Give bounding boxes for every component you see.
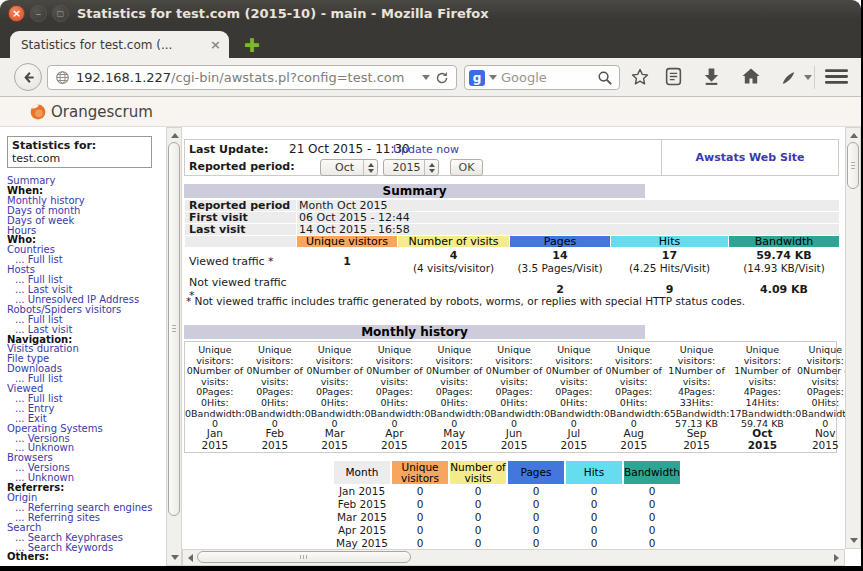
monthly-row-value: 0 xyxy=(392,486,448,497)
search-bar[interactable]: g Google xyxy=(464,65,620,90)
update-now-link[interactable]: Update now xyxy=(393,143,459,156)
monthly-columns: Unique visitors: 0Number of visits: 0Pag… xyxy=(185,342,836,451)
monthly-column: Unique visitors: 0Number of visits: 0Pag… xyxy=(795,345,845,451)
share-dropdown-icon[interactable] xyxy=(804,75,812,80)
metric-header: Hits xyxy=(611,236,728,247)
horizontal-scrollbar-thumb[interactable] xyxy=(197,551,411,563)
monthly-column: Unique visitors: 0Number of visits: 0Pag… xyxy=(305,345,365,451)
monthly-bar-alt-text: Unique visitors: 0Number of visits: 0Pag… xyxy=(245,345,305,425)
monthly-row-month: Mar 2015 xyxy=(334,512,390,523)
monthly-table-header-row: Month Unique visitorsNumber of visitsPag… xyxy=(334,461,680,484)
site-name: test.com xyxy=(12,152,147,165)
year-select[interactable]: 2015 xyxy=(383,159,439,176)
search-engine-dropdown-icon[interactable] xyxy=(489,75,497,80)
viewed-value: 1 xyxy=(299,255,395,268)
summary-info-value: 06 Oct 2015 - 12:44 xyxy=(297,212,839,223)
window-maximize-button[interactable]: ▢ xyxy=(52,5,69,22)
statistics-for-box: Statistics for: test.com xyxy=(7,136,152,168)
monthly-bar-alt-text: Unique visitors: 1Number of visits: 4Pag… xyxy=(729,345,795,425)
monthly-row-value: 0 xyxy=(566,538,622,549)
monthly-table-row: Apr 201500000 xyxy=(334,525,680,536)
tab-title: Statistics for test.com (... xyxy=(21,38,204,52)
share-icon[interactable] xyxy=(781,70,796,89)
summary-info-row: First visit06 Oct 2015 - 12:44 xyxy=(185,212,839,223)
search-icon[interactable] xyxy=(597,70,613,86)
monthly-bar-alt-text: Unique visitors: 0Number of visits: 0Pag… xyxy=(795,345,845,425)
monthly-column: Unique visitors: 1Number of visits: 4Pag… xyxy=(729,345,795,451)
url-bar[interactable]: 192.168.1.227/cgi-bin/awstats.pl?config=… xyxy=(47,65,457,90)
back-button[interactable] xyxy=(14,63,42,91)
viewed-value: 4 xyxy=(400,249,507,262)
monthly-history-title: Monthly history xyxy=(184,325,645,339)
search-input[interactable]: Google xyxy=(501,70,597,85)
window-minimize-button[interactable]: – xyxy=(30,5,47,22)
viewed-value: 17 xyxy=(613,249,726,262)
monthly-column: Unique visitors: 0Number of visits: 0Pag… xyxy=(245,345,305,451)
scroll-up-icon[interactable] xyxy=(850,133,858,138)
monthly-row-value: 0 xyxy=(508,512,564,523)
downloads-icon[interactable] xyxy=(702,67,721,90)
sidebar: Statistics for: test.com SummaryWhen:Mon… xyxy=(0,127,166,566)
new-tab-button[interactable]: ✚ xyxy=(237,33,267,57)
main-scrollbar-horizontal[interactable] xyxy=(182,549,845,566)
menu-icon[interactable] xyxy=(825,67,848,90)
metric-header: Pages xyxy=(510,236,610,247)
monthly-row-value: 0 xyxy=(392,512,448,523)
monthly-column-month: Feb2015 xyxy=(245,428,305,451)
monthly-row-value: 0 xyxy=(566,486,622,497)
tab-close-icon[interactable]: × xyxy=(204,37,221,52)
ok-button[interactable]: OK xyxy=(450,159,483,176)
sidebar-menu: SummaryWhen:Monthly historyDays of month… xyxy=(7,176,165,562)
monthly-row-value: 0 xyxy=(450,538,506,549)
scroll-down-icon[interactable] xyxy=(171,555,179,560)
update-period-box: Last Update: 21 Oct 2015 - 11:30 Update … xyxy=(184,139,839,176)
scroll-left-icon[interactable] xyxy=(188,554,193,562)
main-scrollbar-vertical[interactable] xyxy=(845,127,861,549)
main-scrollbar-thumb[interactable] xyxy=(847,142,859,189)
window-close-button[interactable]: × xyxy=(8,5,25,22)
scroll-down-icon[interactable] xyxy=(850,538,858,543)
month-select[interactable]: Oct xyxy=(320,159,378,176)
bookmarks-menu-icon[interactable] xyxy=(664,67,683,90)
scroll-right-icon[interactable] xyxy=(834,554,839,562)
home-icon[interactable] xyxy=(741,67,761,89)
summary-title: Summary xyxy=(184,184,645,198)
viewed-value-sub: (3.5 Pages/Visit) xyxy=(512,262,608,274)
main-frame: Last Update: 21 Oct 2015 - 11:30 Update … xyxy=(182,127,845,566)
year-spinner-icon[interactable] xyxy=(424,160,438,175)
month-spinner-icon[interactable] xyxy=(363,160,377,175)
not-viewed-value-cell: 4.09 KB xyxy=(729,276,839,302)
sidebar-scrollbar-thumb[interactable] xyxy=(168,142,180,516)
sidebar-scrollbar[interactable] xyxy=(166,127,182,566)
browser-tab[interactable]: Statistics for test.com (... × xyxy=(10,31,229,58)
monthly-column-month: Mar2015 xyxy=(305,428,365,451)
monthly-table-row: Jan 201500000 xyxy=(334,486,680,497)
viewed-value-cell: 17(4.25 Hits/Visit) xyxy=(611,248,728,275)
awstats-website-link[interactable]: Awstats Web Site xyxy=(696,151,805,164)
monthly-row-value: 0 xyxy=(450,486,506,497)
reload-icon[interactable] xyxy=(435,71,449,85)
monthly-column-month: Aug2015 xyxy=(604,428,664,451)
monthly-column: Unique visitors: 1Number of visits: 4Pag… xyxy=(664,345,730,451)
search-engine-icon[interactable]: g xyxy=(469,70,485,86)
site-identity-globe-icon[interactable] xyxy=(55,70,70,85)
monthly-column-month: Jan2015 xyxy=(185,428,245,451)
monthly-metric-header: Hits xyxy=(566,461,622,484)
monthly-row-month: Jan 2015 xyxy=(334,486,390,497)
monthly-row-value: 0 xyxy=(624,525,680,536)
viewed-value: 59.74 KB xyxy=(731,249,837,262)
monthly-column-month: Sep2015 xyxy=(664,428,730,451)
bookmark-star-icon[interactable] xyxy=(630,67,650,91)
monthly-row-value: 0 xyxy=(624,499,680,510)
last-update-value: 21 Oct 2015 - 11:30 xyxy=(289,142,410,156)
monthly-column-month: Jul2015 xyxy=(544,428,604,451)
urlbar-dropdown-icon[interactable] xyxy=(422,75,430,80)
viewed-row: Viewed traffic *14(4 visits/visitor)14(3… xyxy=(185,248,839,275)
sidebar-link[interactable]: ... Last visit xyxy=(7,325,165,335)
summary-info-row: Last visit14 Oct 2015 - 16:58 xyxy=(185,224,839,235)
monthly-bar-alt-text: Unique visitors: 0Number of visits: 0Pag… xyxy=(604,345,664,425)
monthly-column-month: Apr2015 xyxy=(364,428,424,451)
monthly-row-value: 0 xyxy=(450,512,506,523)
scroll-up-icon[interactable] xyxy=(171,133,179,138)
viewed-value-sub: (14.93 KB/Visit) xyxy=(731,262,837,274)
